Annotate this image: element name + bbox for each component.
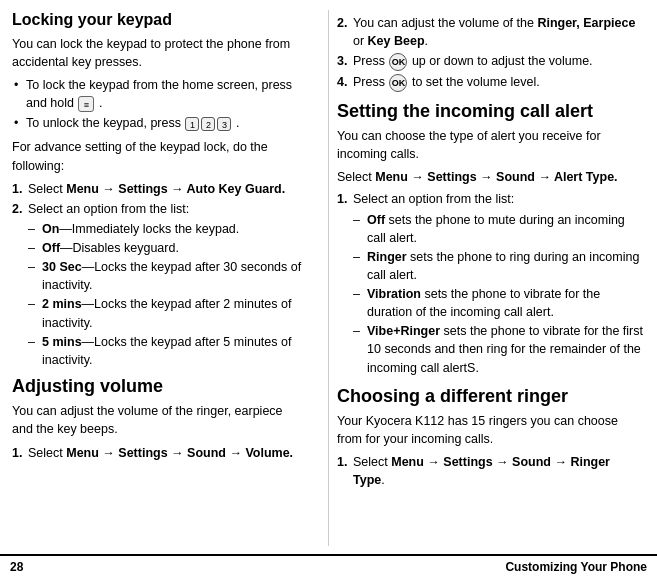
right-column: You can adjust the volume of the Ringer,…: [328, 10, 645, 546]
adj-step1-text: Select Menu → Settings → Sound → Volume.: [28, 446, 293, 460]
adj-step1-bold: Menu → Settings → Sound → Volume.: [66, 446, 293, 460]
lock-step1: Select Menu → Settings → Auto Key Guard.: [12, 180, 304, 198]
bullet-lock: To lock the keypad from the home screen,…: [12, 76, 304, 112]
inc-off-label: Off: [367, 213, 385, 227]
sub-30-text: —Locks the keypad after 30 seconds of in…: [42, 260, 301, 292]
inc-step1: Select an option from the list: Off sets…: [337, 190, 645, 376]
vol-step4: Press OK to set the volume level.: [337, 73, 645, 92]
sub-off-text: —Disables keyguard.: [60, 241, 179, 255]
inc-sub-vib: Vibration sets the phone to vibrate for …: [353, 285, 645, 321]
ringer-step1-text: Select Menu → Settings → Sound → Ringer …: [353, 455, 610, 487]
lock-step1-bold: Menu → Settings → Auto Key Guard.: [66, 182, 285, 196]
adjusting-title: Adjusting volume: [12, 375, 304, 398]
ringer-steps: Select Menu → Settings → Sound → Ringer …: [337, 453, 645, 489]
menu-icon: ≡: [78, 96, 94, 112]
num3-icon: 3: [217, 117, 231, 131]
inc-vibring-label: Vibe+Ringer: [367, 324, 440, 338]
keybeep-label: Key Beep: [368, 34, 425, 48]
ok-icon-up: OK: [389, 53, 407, 71]
vol-step3-text: Press OK up or down to adjust the volume…: [353, 54, 593, 68]
num1-icon: 1: [185, 117, 199, 131]
num2-icon: 2: [201, 117, 215, 131]
footer-title: Customizing Your Phone: [505, 560, 647, 574]
sub-on-label: On: [42, 222, 59, 236]
vol-step3: Press OK up or down to adjust the volume…: [337, 52, 645, 71]
sub-off: Off—Disables keyguard.: [28, 239, 304, 257]
adjusting-steps: Select Menu → Settings → Sound → Volume.: [12, 444, 304, 462]
bullet-unlock: To unlock the keypad, press 123 .: [12, 114, 304, 132]
vol-steps: You can adjust the volume of the Ringer,…: [337, 14, 645, 92]
lock-sub-list: On—Immediately locks the keypad. Off—Dis…: [28, 220, 304, 369]
page-container: Locking your keypad You can lock the key…: [0, 0, 657, 578]
inc-sub-vibring: Vibe+Ringer sets the phone to vibrate fo…: [353, 322, 645, 376]
lock-step1-text: Select Menu → Settings → Auto Key Guard.: [28, 182, 285, 196]
content-area: Locking your keypad You can lock the key…: [0, 0, 657, 554]
sub-2mins: 2 mins—Locks the keypad after 2 minutes …: [28, 295, 304, 331]
lock-step2-label: Select an option from the list:: [28, 202, 189, 216]
left-column: Locking your keypad You can lock the key…: [12, 10, 312, 546]
inc-off-text: sets the phone to mute during an incomin…: [367, 213, 625, 245]
inc-vib-label: Vibration: [367, 287, 421, 301]
ringer-intro: Your Kyocera K112 has 15 ringers you can…: [337, 412, 645, 448]
inc-sub-list: Off sets the phone to mute during an inc…: [353, 211, 645, 377]
sub-5-label: 5 mins: [42, 335, 82, 349]
bullet-lock-text: To lock the keypad from the home screen,…: [26, 78, 292, 110]
locking-intro: You can lock the keypad to protect the p…: [12, 35, 304, 71]
adjusting-intro: You can adjust the volume of the ringer,…: [12, 402, 304, 438]
inc-sub-off: Off sets the phone to mute during an inc…: [353, 211, 645, 247]
sub-30-label: 30 Sec: [42, 260, 82, 274]
incoming-select-bold: Menu → Settings → Sound → Alert Type.: [375, 170, 617, 184]
sub-on-text: —Immediately locks the keypad.: [59, 222, 239, 236]
incoming-title: Setting the incoming call alert: [337, 100, 645, 123]
inc-ringer-label: Ringer: [367, 250, 407, 264]
footer-bar: 28 Customizing Your Phone: [0, 554, 657, 578]
sub-5mins: 5 mins—Locks the keypad after 5 minutes …: [28, 333, 304, 369]
inc-ringer-text: sets the phone to ring during an incomin…: [367, 250, 639, 282]
locking-title: Locking your keypad: [12, 10, 304, 31]
vol-step2-text: You can adjust the volume of the Ringer,…: [353, 16, 635, 48]
page-number: 28: [10, 560, 23, 574]
lock-step2: Select an option from the list: On—Immed…: [12, 200, 304, 369]
vol-step2: You can adjust the volume of the Ringer,…: [337, 14, 645, 50]
adj-step1: Select Menu → Settings → Sound → Volume.: [12, 444, 304, 462]
ringer-label: Ringer, Earpiece: [537, 16, 635, 30]
sub-2-label: 2 mins: [42, 297, 82, 311]
locking-steps: Select Menu → Settings → Auto Key Guard.…: [12, 180, 304, 369]
ringer-title: Choosing a different ringer: [337, 385, 645, 408]
locking-bullet-list: To lock the keypad from the home screen,…: [12, 76, 304, 132]
incoming-steps: Select an option from the list: Off sets…: [337, 190, 645, 376]
incoming-select: Select Menu → Settings → Sound → Alert T…: [337, 168, 645, 186]
incoming-intro: You can choose the type of alert you rec…: [337, 127, 645, 163]
inc-step1-label: Select an option from the list:: [353, 192, 514, 206]
bullet-unlock-text: To unlock the keypad, press 123 .: [26, 116, 239, 130]
ringer-step1-bold: Menu → Settings → Sound → Ringer Type: [353, 455, 610, 487]
ringer-step1: Select Menu → Settings → Sound → Ringer …: [337, 453, 645, 489]
ok-icon-set: OK: [389, 74, 407, 92]
vol-step4-text: Press OK to set the volume level.: [353, 75, 540, 89]
inc-sub-ringer: Ringer sets the phone to ring during an …: [353, 248, 645, 284]
advance-text: For advance setting of the keypad lock, …: [12, 138, 304, 174]
sub-on: On—Immediately locks the keypad.: [28, 220, 304, 238]
sub-off-label: Off: [42, 241, 60, 255]
sub-30sec: 30 Sec—Locks the keypad after 30 seconds…: [28, 258, 304, 294]
